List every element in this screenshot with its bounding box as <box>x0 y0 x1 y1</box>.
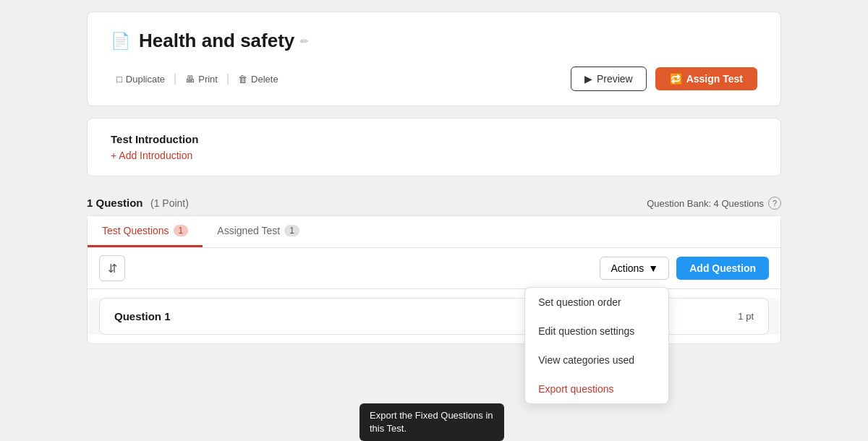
title-row: 📄 Health and safety ✏ <box>111 30 757 52</box>
question-bank-label: Question Bank: 4 Questions <box>647 198 764 209</box>
toolbar-row: ⇵ Actions ▼ Set question order Edit ques… <box>88 248 780 289</box>
tabs-card: Test Questions 1 Assigned Test 1 ⇵ Actio… <box>87 215 781 344</box>
duplicate-button[interactable]: □ Duplicate <box>111 71 171 87</box>
add-question-button[interactable]: Add Question <box>676 257 769 280</box>
tab-assigned-test[interactable]: Assigned Test 1 <box>203 216 314 247</box>
page-title: Health and safety <box>139 30 294 52</box>
duplicate-icon: □ <box>116 74 122 85</box>
left-actions: □ Duplicate | 🖶 Print | 🗑 Delete <box>111 71 284 87</box>
right-actions: ▶ Preview 🔁 Assign Test <box>571 67 757 91</box>
chevron-down-icon: ▼ <box>648 262 658 274</box>
edit-question-settings-item[interactable]: Edit question settings <box>525 317 668 346</box>
sort-button[interactable]: ⇵ <box>99 255 125 281</box>
toolbar-right: Actions ▼ Set question order Edit questi… <box>600 257 769 280</box>
export-tooltip: Export the Fixed Questions in this Test. <box>359 403 504 441</box>
questions-header: 1 Question (1 Point) Question Bank: 4 Qu… <box>87 188 781 215</box>
question-points: (1 Point) <box>150 197 189 209</box>
add-introduction-link[interactable]: + Add Introduction <box>111 150 757 161</box>
questions-section: Question 1 1 pt <box>88 298 780 335</box>
tabs-row: Test Questions 1 Assigned Test 1 <box>88 216 780 248</box>
print-icon: 🖶 <box>185 74 195 85</box>
preview-button[interactable]: ▶ Preview <box>571 67 647 91</box>
help-icon[interactable]: ? <box>768 197 781 210</box>
tab-test-questions-label: Test Questions <box>102 225 169 236</box>
question-bank-area: Question Bank: 4 Questions ? <box>647 197 781 210</box>
tab-test-questions-badge: 1 <box>174 225 189 236</box>
assign-test-button[interactable]: 🔁 Assign Test <box>655 67 757 90</box>
play-icon: ▶ <box>584 73 592 85</box>
question-points-value: 1 pt <box>738 311 754 322</box>
actions-row: □ Duplicate | 🖶 Print | 🗑 Delete ▶ Previ… <box>111 67 757 91</box>
tab-assigned-test-badge: 1 <box>284 225 299 236</box>
question-label: Question 1 <box>114 310 171 322</box>
divider-1: | <box>174 72 176 85</box>
question-count: 1 Question <box>87 197 143 209</box>
tab-test-questions[interactable]: Test Questions 1 <box>88 216 203 247</box>
trash-icon: 🗑 <box>238 74 247 85</box>
edit-icon[interactable]: ✏ <box>300 35 309 47</box>
actions-dropdown-menu: Set question order Edit question setting… <box>524 287 669 404</box>
delete-button[interactable]: 🗑 Delete <box>232 71 284 87</box>
tab-assigned-test-label: Assigned Test <box>217 225 280 236</box>
actions-dropdown-button[interactable]: Actions ▼ <box>600 257 669 280</box>
set-question-order-item[interactable]: Set question order <box>525 288 668 317</box>
view-categories-item[interactable]: View categories used <box>525 346 668 374</box>
print-button[interactable]: 🖶 Print <box>179 71 224 87</box>
questions-count-area: 1 Question (1 Point) <box>87 197 189 210</box>
header-card: 📄 Health and safety ✏ □ Duplicate | 🖶 Pr… <box>87 12 781 106</box>
intro-card: Test Introduction + Add Introduction <box>87 118 781 176</box>
export-questions-item[interactable]: Export questions <box>525 374 668 403</box>
assign-icon: 🔁 <box>670 73 682 85</box>
sort-icon: ⇵ <box>108 262 117 275</box>
doc-icon: 📄 <box>111 32 130 51</box>
divider-2: | <box>226 72 229 85</box>
intro-title: Test Introduction <box>111 133 757 145</box>
actions-dropdown-wrapper: Actions ▼ Set question order Edit questi… <box>600 257 669 280</box>
